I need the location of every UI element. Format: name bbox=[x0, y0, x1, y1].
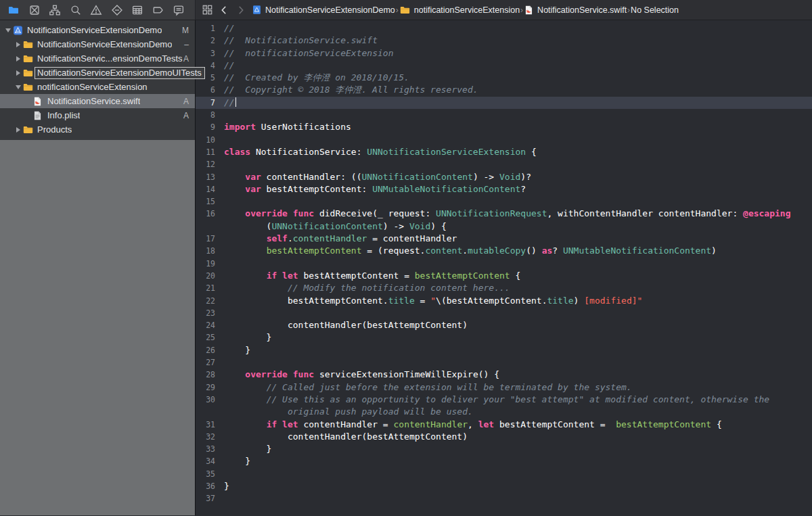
forward-button[interactable] bbox=[235, 4, 247, 16]
sidebar-item[interactable]: NotificationService.swiftA bbox=[0, 94, 195, 108]
code-line[interactable]: 15 bbox=[196, 195, 812, 208]
code-line-wrap[interactable]: original push payload will be used. bbox=[196, 406, 812, 418]
source-editor[interactable]: 1//2// NotificationService.swift3// noti… bbox=[196, 20, 812, 515]
code-line[interactable]: 35 bbox=[196, 468, 812, 480]
code-line[interactable]: 28 override func serviceExtensionTimeWil… bbox=[196, 369, 812, 381]
navigator-tab-issue-navigator[interactable] bbox=[89, 3, 103, 17]
code-line[interactable]: 6// Copyright © 2018 李仲澄. All rights res… bbox=[196, 84, 812, 96]
code-line[interactable]: 25 } bbox=[196, 331, 812, 344]
back-button[interactable] bbox=[218, 4, 230, 16]
jump-bar: NotificationServiceExtensionDemo›notific… bbox=[196, 0, 812, 20]
disclosure-closed-icon[interactable] bbox=[14, 127, 22, 133]
code-line[interactable]: 2// NotificationService.swift bbox=[196, 34, 812, 47]
code-line[interactable]: 27 bbox=[196, 356, 812, 369]
sidebar-item-label: NotificationServic...ensionDemoTests bbox=[37, 53, 183, 64]
code-line[interactable]: 9import UserNotifications bbox=[196, 121, 812, 133]
sidebar-item[interactable]: NotificationServiceExtensionDemo– bbox=[0, 37, 195, 51]
code-line[interactable]: 34 } bbox=[196, 455, 812, 467]
code-line[interactable]: 4// bbox=[196, 60, 812, 72]
code-token: Void bbox=[499, 172, 520, 182]
navigator-tab-report-navigator[interactable] bbox=[172, 3, 185, 17]
related-items-grid-icon bbox=[202, 4, 213, 16]
folder-icon bbox=[399, 5, 411, 16]
line-number: 17 bbox=[196, 233, 224, 245]
folder-icon bbox=[22, 53, 34, 64]
disclosure-closed-icon[interactable] bbox=[14, 42, 22, 47]
code-line[interactable]: 14 var bestAttemptContent: UNMutableNoti… bbox=[196, 183, 812, 195]
breadcrumb-item[interactable]: No Selection bbox=[631, 5, 679, 15]
code-line[interactable]: 7// bbox=[196, 97, 812, 109]
code-line[interactable]: 31 if let contentHandler = contentHandle… bbox=[196, 419, 812, 431]
disclosure-closed-icon[interactable] bbox=[14, 56, 22, 62]
code-line[interactable]: 33 } bbox=[196, 443, 812, 455]
code-token: // Copyright © 2018 李仲澄. All rights rese… bbox=[224, 85, 478, 95]
code-line[interactable]: 13 var contentHandler: ((UNNotificationC… bbox=[196, 171, 812, 183]
line-number: 7 bbox=[196, 97, 224, 109]
related-items-button[interactable] bbox=[201, 4, 213, 16]
code-line[interactable]: 17 self.contentHandler = contentHandler bbox=[196, 233, 812, 245]
code-token: contentHandler = bbox=[298, 419, 394, 429]
code-line[interactable]: 29 // Called just before the extension w… bbox=[196, 381, 812, 394]
navigator-tab-project-navigator[interactable] bbox=[7, 3, 20, 17]
code-line[interactable]: 16 override func didReceive(_ request: U… bbox=[196, 208, 812, 220]
navigator-tab-find-navigator[interactable] bbox=[69, 3, 83, 17]
code-line[interactable]: 20 if let bestAttemptContent = bestAttem… bbox=[196, 270, 812, 282]
code-line[interactable]: 3// notificationServiceExtension bbox=[196, 47, 812, 60]
code-line[interactable]: 37 bbox=[196, 492, 812, 505]
breadcrumb-item[interactable]: NotificationServiceExtensionDemo bbox=[252, 5, 395, 15]
breadcrumb-item[interactable]: notificationServiceExtension bbox=[399, 5, 520, 16]
code-token: { bbox=[711, 419, 722, 429]
code-line[interactable]: 19 bbox=[196, 258, 812, 270]
source-control-status-badge: A bbox=[183, 111, 195, 120]
sidebar-empty-area bbox=[0, 140, 195, 515]
line-number: 36 bbox=[196, 480, 224, 492]
sidebar-item[interactable]: Products bbox=[0, 122, 195, 137]
code-line[interactable]: 23 bbox=[196, 307, 812, 319]
code-token: title bbox=[547, 296, 573, 306]
navigator-tab-source-control-navigator[interactable] bbox=[28, 3, 41, 17]
code-token: = (request. bbox=[362, 245, 426, 256]
code-line[interactable]: 5// Created by 李仲澄 on 2018/10/15. bbox=[196, 72, 812, 84]
sidebar-item[interactable]: NotificationServic...ensionDemoTestsA bbox=[0, 51, 195, 66]
code-text: contentHandler(bestAttemptContent) bbox=[224, 431, 468, 442]
code-line-wrap[interactable]: (UNNotificationContent) -> Void) { bbox=[196, 220, 812, 233]
navigator-tab-test-navigator[interactable] bbox=[110, 3, 124, 17]
line-number: 19 bbox=[196, 258, 224, 270]
navigator-tab-symbol-navigator[interactable] bbox=[48, 3, 62, 17]
sidebar-item[interactable]: NotificationServiceExtensionDemoUITests bbox=[0, 66, 195, 80]
code-line[interactable]: 18 bestAttemptContent = (request.content… bbox=[196, 245, 812, 257]
code-token: self bbox=[267, 233, 288, 243]
code-line[interactable]: 10 bbox=[196, 134, 812, 146]
code-line[interactable]: 24 contentHandler(bestAttemptContent) bbox=[196, 319, 812, 331]
breadcrumb-item[interactable]: NotificationService.swift bbox=[524, 5, 627, 16]
code-line[interactable]: 30 // Use this as an opportunity to deli… bbox=[196, 394, 812, 406]
code-line[interactable]: 11class NotificationService: UNNotificat… bbox=[196, 146, 812, 158]
code-text: (UNNotificationContent) -> Void) { bbox=[224, 221, 447, 231]
code-token: let bbox=[282, 271, 298, 281]
code-line[interactable]: 32 contentHandler(bestAttemptContent) bbox=[196, 431, 812, 443]
code-line[interactable]: 12 bbox=[196, 158, 812, 170]
code-token: if bbox=[267, 271, 277, 281]
line-number: 21 bbox=[196, 282, 224, 294]
code-line[interactable]: 36} bbox=[196, 480, 812, 492]
code-token: bestAttemptContent = bbox=[298, 271, 415, 281]
code-line[interactable]: 22 bestAttemptContent.title = "\(bestAtt… bbox=[196, 295, 812, 307]
disclosure-open-icon[interactable] bbox=[3, 28, 12, 32]
code-line[interactable]: 26 } bbox=[196, 344, 812, 356]
sidebar-item[interactable]: Info.plistA bbox=[0, 108, 195, 122]
code-token: var bbox=[245, 184, 261, 194]
code-token: let bbox=[282, 419, 298, 429]
sidebar-item[interactable]: notificationServiceExtension bbox=[0, 80, 195, 94]
code-token: { bbox=[526, 147, 537, 157]
line-number: 33 bbox=[196, 443, 224, 455]
navigator-tab-breakpoint-navigator[interactable] bbox=[152, 3, 165, 17]
disclosure-closed-icon[interactable] bbox=[14, 70, 22, 76]
navigator-tab-debug-navigator[interactable] bbox=[131, 3, 144, 17]
code-line[interactable]: 8 bbox=[196, 109, 812, 121]
code-token bbox=[224, 369, 245, 379]
project-navigator-icon bbox=[7, 4, 20, 16]
code-line[interactable]: 1// bbox=[196, 22, 812, 34]
disclosure-open-icon[interactable] bbox=[14, 85, 22, 89]
sidebar-item[interactable]: NotificationServiceExtensionDemoM bbox=[0, 23, 195, 37]
code-line[interactable]: 21 // Modify the notification content he… bbox=[196, 282, 812, 294]
